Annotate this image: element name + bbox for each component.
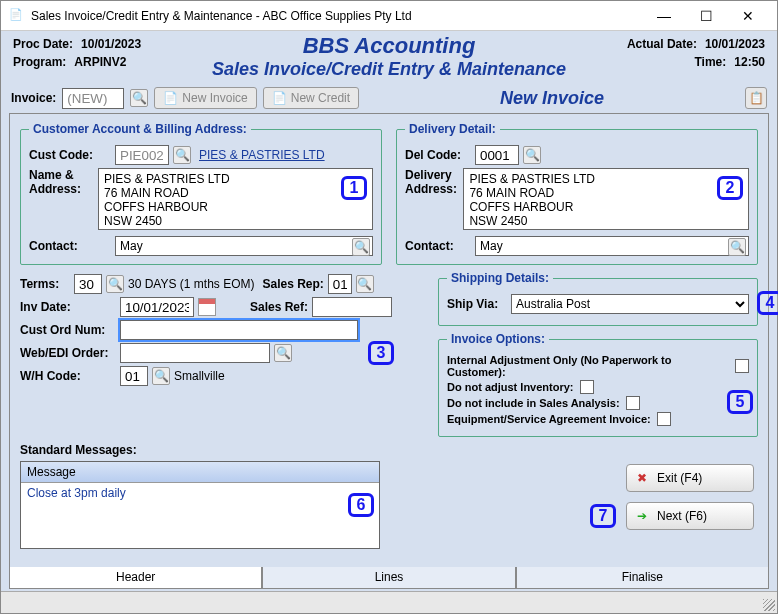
customer-link[interactable]: PIES & PASTRIES LTD bbox=[199, 148, 325, 162]
callout-3: 3 bbox=[368, 341, 394, 365]
del-code-field[interactable] bbox=[475, 145, 519, 165]
salesref-label: Sales Ref: bbox=[250, 300, 308, 314]
invdate-label: Inv Date: bbox=[20, 300, 116, 314]
salesrep-label: Sales Rep: bbox=[262, 277, 323, 291]
invoice-field[interactable] bbox=[62, 88, 124, 109]
salesref-field[interactable] bbox=[312, 297, 392, 317]
cust-code-lookup-icon[interactable]: 🔍 bbox=[173, 146, 191, 164]
custord-field[interactable] bbox=[120, 320, 358, 340]
document-icon: 📄 bbox=[163, 91, 178, 105]
next-button[interactable]: ➔Next (F6) bbox=[626, 502, 754, 530]
opt4-label: Equipment/Service Agreement Invoice: bbox=[447, 413, 651, 425]
program-label: Program: bbox=[13, 55, 66, 69]
cust-code-label: Cust Code: bbox=[29, 148, 111, 162]
opt2-label: Do not adjust Inventory: bbox=[447, 381, 574, 393]
opt1-checkbox[interactable] bbox=[735, 359, 749, 373]
content-panel: Customer Account & Billing Address: Cust… bbox=[9, 113, 769, 571]
del-code-label: Del Code: bbox=[405, 148, 471, 162]
invoice-label: Invoice: bbox=[11, 91, 56, 105]
cust-code-field[interactable] bbox=[115, 145, 169, 165]
webedi-field[interactable] bbox=[120, 343, 270, 363]
status-bar bbox=[1, 591, 777, 613]
callout-2: 2 bbox=[717, 176, 743, 200]
callout-4: 4 bbox=[757, 291, 778, 315]
customer-fieldset: Customer Account & Billing Address: Cust… bbox=[20, 122, 382, 265]
webedi-lookup-icon[interactable]: 🔍 bbox=[274, 344, 292, 362]
wh-field[interactable] bbox=[120, 366, 148, 386]
tab-finalise[interactable]: Finalise bbox=[516, 567, 769, 589]
toolbar: Invoice: 🔍 📄New Invoice 📄New Credit New … bbox=[1, 83, 777, 113]
del-contact-value[interactable]: May bbox=[480, 239, 503, 253]
document-icon: 📄 bbox=[272, 91, 287, 105]
options-legend: Invoice Options: bbox=[447, 332, 549, 346]
opt3-checkbox[interactable] bbox=[626, 396, 640, 410]
new-invoice-button[interactable]: 📄New Invoice bbox=[154, 87, 256, 109]
wh-label: W/H Code: bbox=[20, 369, 116, 383]
tab-bar: Header Lines Finalise bbox=[9, 567, 769, 589]
salesrep-field[interactable] bbox=[328, 274, 352, 294]
delivery-address-label: Delivery Address: bbox=[405, 168, 459, 196]
new-credit-button[interactable]: 📄New Credit bbox=[263, 87, 359, 109]
messages-grid[interactable]: Message Close at 3pm daily bbox=[20, 461, 380, 549]
terms-desc: 30 DAYS (1 mths EOM) bbox=[128, 277, 254, 291]
contact-lookup-icon[interactable]: 🔍 bbox=[352, 238, 370, 256]
delivery-legend: Delivery Detail: bbox=[405, 122, 500, 136]
delivery-address-field[interactable] bbox=[463, 168, 749, 230]
invoice-lookup-icon[interactable]: 🔍 bbox=[130, 89, 148, 107]
contact-label: Contact: bbox=[29, 239, 111, 253]
actual-date-label: Actual Date: bbox=[627, 37, 697, 51]
opt4-checkbox[interactable] bbox=[657, 412, 671, 426]
customer-legend: Customer Account & Billing Address: bbox=[29, 122, 251, 136]
del-code-lookup-icon[interactable]: 🔍 bbox=[523, 146, 541, 164]
invdate-field[interactable] bbox=[120, 297, 194, 317]
arrow-right-icon: ➔ bbox=[637, 509, 647, 523]
terms-label: Terms: bbox=[20, 277, 70, 291]
close-button[interactable]: ✕ bbox=[727, 2, 769, 30]
terms-lookup-icon[interactable]: 🔍 bbox=[106, 275, 124, 293]
opt2-checkbox[interactable] bbox=[580, 380, 594, 394]
terms-field[interactable] bbox=[74, 274, 102, 294]
callout-7: 7 bbox=[590, 504, 616, 528]
del-contact-label: Contact: bbox=[405, 239, 471, 253]
action-buttons: ✖Exit (F4) 7 ➔Next (F6) bbox=[626, 464, 754, 530]
salesrep-lookup-icon[interactable]: 🔍 bbox=[356, 275, 374, 293]
delivery-fieldset: Delivery Detail: Del Code: 🔍 Delivery Ad… bbox=[396, 122, 758, 265]
wh-lookup-icon[interactable]: 🔍 bbox=[152, 367, 170, 385]
callout-6: 6 bbox=[348, 493, 374, 517]
wh-desc: Smallville bbox=[174, 369, 225, 383]
contact-value[interactable]: May bbox=[120, 239, 143, 253]
message-row[interactable]: Close at 3pm daily bbox=[21, 483, 379, 503]
proc-date-label: Proc Date: bbox=[13, 37, 73, 51]
callout-5: 5 bbox=[727, 390, 753, 414]
time-value: 12:50 bbox=[734, 55, 765, 69]
tab-lines[interactable]: Lines bbox=[262, 567, 515, 589]
calendar-icon[interactable] bbox=[198, 298, 216, 316]
shipvia-select[interactable]: Australia Post bbox=[511, 294, 749, 314]
program-value: ARPINV2 bbox=[74, 55, 126, 69]
app-window: 📄 Sales Invoice/Credit Entry & Maintenan… bbox=[0, 0, 778, 614]
header-area: BBS Accounting Sales Invoice/Credit Entr… bbox=[1, 31, 777, 71]
time-label: Time: bbox=[695, 55, 727, 69]
tab-header[interactable]: Header bbox=[9, 567, 262, 589]
del-contact-lookup-icon[interactable]: 🔍 bbox=[728, 238, 746, 256]
custord-label: Cust Ord Num: bbox=[20, 323, 116, 337]
window-title: Sales Invoice/Credit Entry & Maintenance… bbox=[31, 9, 643, 23]
mode-title: New Invoice bbox=[365, 88, 739, 109]
titlebar: 📄 Sales Invoice/Credit Entry & Maintenan… bbox=[1, 1, 777, 31]
proc-date-value: 10/01/2023 bbox=[81, 37, 141, 51]
opt3-label: Do not include in Sales Analysis: bbox=[447, 397, 620, 409]
maximize-button[interactable]: ☐ bbox=[685, 2, 727, 30]
exit-button[interactable]: ✖Exit (F4) bbox=[626, 464, 754, 492]
webedi-label: Web/EDI Order: bbox=[20, 346, 116, 360]
toolbar-extra-button[interactable]: 📋 bbox=[745, 87, 767, 109]
options-fieldset: Invoice Options: Internal Adjustment Onl… bbox=[438, 332, 758, 437]
messages-label: Standard Messages: bbox=[20, 443, 137, 457]
opt1-label: Internal Adjustment Only (No Paperwork t… bbox=[447, 354, 729, 378]
close-icon: ✖ bbox=[637, 471, 647, 485]
minimize-button[interactable]: — bbox=[643, 2, 685, 30]
billing-address-field[interactable] bbox=[98, 168, 373, 230]
actual-date-value: 10/01/2023 bbox=[705, 37, 765, 51]
shipping-legend: Shipping Details: bbox=[447, 271, 553, 285]
messages-header: Message bbox=[21, 462, 379, 483]
shipvia-label: Ship Via: bbox=[447, 297, 507, 311]
